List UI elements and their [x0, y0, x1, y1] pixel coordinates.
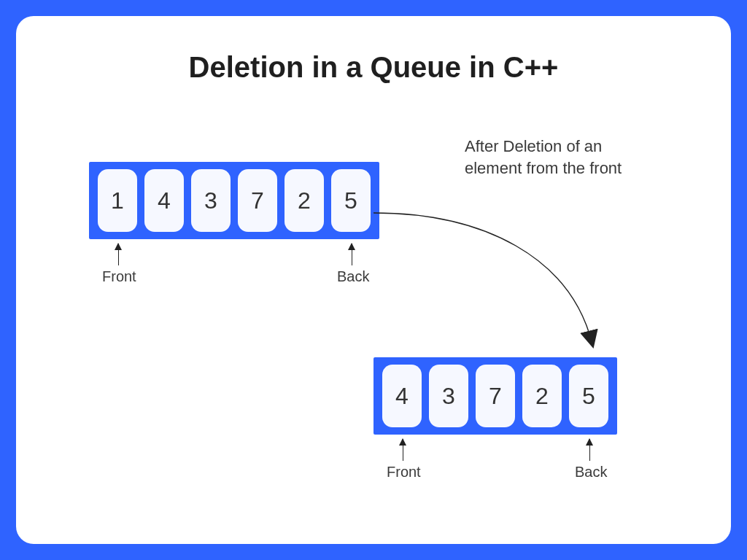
front-label: Front	[102, 268, 136, 285]
arrow-up-icon	[589, 439, 590, 461]
back-label: Back	[575, 464, 607, 481]
arrow-up-icon	[403, 439, 403, 461]
queue-cell: 7	[476, 365, 515, 427]
queue-cell: 5	[569, 365, 608, 427]
front-label: Front	[387, 464, 421, 481]
diagram-frame: Deletion in a Queue in C++ 1 4 3 7 2 5 F…	[16, 16, 731, 544]
queue-cell: 4	[144, 169, 184, 232]
queue-cell: 4	[382, 365, 422, 427]
queue-before: 1 4 3 7 2 5	[89, 162, 379, 239]
queue-cell: 3	[429, 365, 468, 427]
queue-cell: 3	[191, 169, 231, 232]
page-title: Deletion in a Queue in C++	[16, 51, 731, 84]
arrow-up-icon	[118, 244, 119, 265]
queue-cell: 7	[238, 169, 277, 232]
transition-arrow-icon	[352, 155, 643, 373]
queue-after: 4 3 7 2 5	[374, 357, 617, 435]
queue-cell: 1	[98, 169, 137, 232]
queue-cell: 2	[285, 169, 324, 232]
queue-cell: 2	[522, 365, 562, 427]
